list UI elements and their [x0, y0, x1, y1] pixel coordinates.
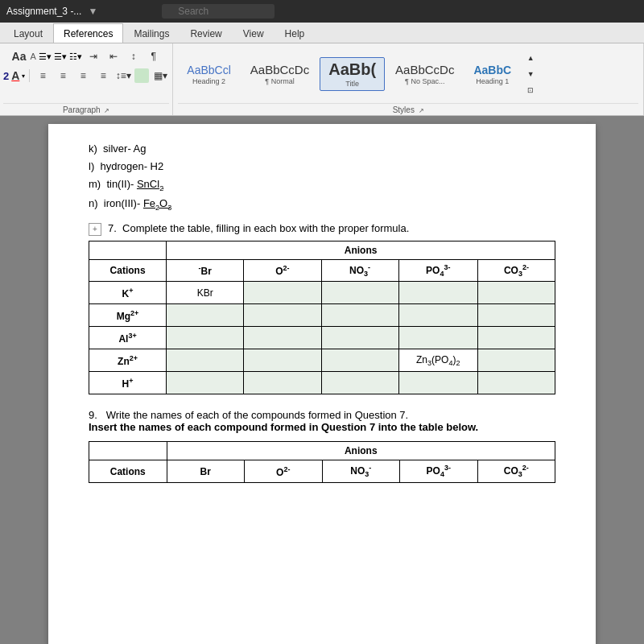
cell-zn-po4[interactable]: Zn3(PO4)2: [398, 349, 477, 372]
cell-zn-co3[interactable]: [477, 349, 555, 372]
table-row: Zn2+ Zn3(PO4)2: [89, 349, 555, 372]
align-right-btn[interactable]: ≡: [74, 68, 92, 84]
cell-mg-o2[interactable]: [244, 304, 321, 327]
th-po4: PO43-: [398, 259, 477, 281]
list-item-n: n) iron(III)- Fe2O3: [89, 195, 555, 214]
style-scroll-buttons: ▲ ▼ ⊡: [522, 51, 539, 97]
tab-references[interactable]: References: [53, 23, 123, 43]
style-scroll-down[interactable]: ▼: [522, 67, 539, 81]
outdent-btn[interactable]: ⇤: [105, 48, 122, 64]
list-item-k: k) silver- Ag: [89, 140, 555, 158]
cation-h: H+: [89, 372, 167, 394]
cation-zn: Zn2+: [89, 349, 167, 372]
cell-al-br[interactable]: [167, 327, 244, 349]
borders-btn[interactable]: ▦▾: [151, 68, 169, 84]
cell-k-co3[interactable]: [477, 282, 555, 304]
tab-help[interactable]: Help: [275, 23, 316, 43]
style-title[interactable]: AaBb( Title: [320, 57, 385, 91]
font-color-A[interactable]: A: [11, 69, 19, 82]
cell-mg-no3[interactable]: [321, 304, 398, 327]
list-icon-3[interactable]: ☷▾: [69, 52, 82, 62]
font-size-indicator: 2: [3, 70, 9, 82]
sort-btn[interactable]: ↕: [125, 48, 142, 64]
style-scroll-up[interactable]: ▲: [522, 51, 539, 65]
cell-k-no3[interactable]: [321, 282, 398, 304]
title-bar-arrow[interactable]: ▼: [88, 6, 97, 17]
line-spacing-btn[interactable]: ↕≡▾: [114, 68, 132, 84]
document-page: k) silver- Ag l) hydrogen- H2 m) tin(II)…: [48, 124, 596, 644]
tab-review[interactable]: Review: [180, 23, 232, 43]
cell-al-co3[interactable]: [477, 327, 555, 349]
table-row: H+: [89, 372, 555, 394]
question-7-text: 7. Complete the table, filling in each b…: [108, 222, 409, 234]
style-normal[interactable]: AaBbCcDc ¶ Normal: [242, 60, 318, 89]
tab-mailings[interactable]: Mailings: [123, 23, 180, 43]
list-icon-1[interactable]: ☰▾: [39, 52, 52, 62]
styles-expand-icon[interactable]: ↗: [419, 107, 424, 114]
indent-btn[interactable]: ⇥: [85, 48, 102, 64]
question-7-icon[interactable]: +: [89, 223, 101, 236]
styles-section: AaBbCcl Heading 2 AaBbCcDc ¶ Normal AaBb…: [173, 43, 644, 115]
table-7: Anions Cations -Br O2- NO3- PO43- CO32- …: [89, 241, 555, 394]
cell-h-no3[interactable]: [321, 372, 398, 394]
cell-al-po4[interactable]: [398, 327, 477, 349]
title-bar-title: Assignment_3 -...: [6, 6, 81, 17]
list-icon-2[interactable]: ☰▾: [54, 52, 67, 62]
pilcrow-btn[interactable]: ¶: [145, 48, 163, 64]
ribbon: Layout References Mailings Review View H…: [0, 23, 644, 116]
cell-al-no3[interactable]: [321, 327, 398, 349]
shading-btn[interactable]: [134, 68, 149, 83]
cell-k-po4[interactable]: [398, 282, 477, 304]
t9-anions-header: Anions: [167, 442, 555, 460]
list-item-l: l) hydrogen- H2: [89, 158, 555, 175]
cell-k-br[interactable]: KBr: [167, 282, 244, 304]
cell-h-o2[interactable]: [244, 372, 321, 394]
cell-zn-br[interactable]: [167, 349, 244, 372]
styles-label: Styles ↗: [178, 103, 638, 114]
style-expand[interactable]: ⊡: [522, 83, 539, 97]
th-cations: Cations: [89, 259, 167, 281]
style-heading1-preview: AaBbC: [473, 64, 511, 76]
cell-h-po4[interactable]: [398, 372, 477, 394]
title-bar-left: Assignment_3 -... ▼: [6, 6, 97, 17]
color-dropdown[interactable]: ▾: [22, 72, 25, 80]
cell-mg-br[interactable]: [167, 304, 244, 327]
cell-h-br[interactable]: [167, 372, 244, 394]
font-section: Aa A ☰▾ ☰▾ ☷▾ ⇥ ⇤ ↕ ¶ 2 A ▾ ≡ ≡: [0, 43, 173, 115]
cell-mg-po4[interactable]: [398, 304, 477, 327]
col-cations: [89, 241, 167, 259]
table-9: Anions Cations Br O2- NO3- PO43- CO32-: [89, 441, 555, 482]
cell-zn-o2[interactable]: [244, 349, 321, 372]
list-items: k) silver- Ag l) hydrogen- H2 m) tin(II)…: [89, 140, 555, 214]
align-center-btn[interactable]: ≡: [54, 68, 72, 84]
cell-al-o2[interactable]: [244, 327, 321, 349]
t9-th-o2: O2-: [245, 460, 323, 482]
question-9: 9. Write the names of each of the compou…: [89, 409, 555, 433]
cell-zn-no3[interactable]: [321, 349, 398, 372]
align-left-btn[interactable]: ≡: [34, 68, 52, 84]
cation-mg: Mg2+: [89, 304, 167, 327]
style-heading2[interactable]: AaBbCcl Heading 2: [178, 60, 239, 89]
table-row: K+ KBr: [89, 282, 555, 304]
paragraph-expand-icon[interactable]: ↗: [104, 107, 109, 114]
style-heading1[interactable]: AaBbC Heading 1: [464, 60, 520, 89]
style-normal-label: ¶ Normal: [265, 77, 294, 85]
cell-h-co3[interactable]: [477, 372, 555, 394]
main-content: k) silver- Ag l) hydrogen- H2 m) tin(II)…: [0, 116, 644, 644]
tab-layout[interactable]: Layout: [3, 23, 53, 43]
cell-k-o2[interactable]: [244, 282, 321, 304]
style-nospace-preview: AaBbCcDc: [395, 63, 454, 76]
font-style-btn[interactable]: Aa: [10, 48, 28, 64]
cation-al: Al3+: [89, 327, 167, 349]
style-nospace[interactable]: AaBbCcDc ¶ No Spac...: [386, 60, 463, 89]
list-item-m: m) tin(II)- SnCl2: [89, 175, 555, 195]
ribbon-tab-bar: Layout References Mailings Review View H…: [0, 23, 644, 43]
cell-mg-co3[interactable]: [477, 304, 555, 327]
th-no3: NO3-: [321, 259, 398, 281]
cation-k: K+: [89, 282, 167, 304]
search-input[interactable]: [162, 4, 275, 19]
th-o2: O2-: [244, 259, 321, 281]
justify-btn[interactable]: ≡: [94, 68, 112, 84]
formula-fe2o3: Fe2O3: [143, 197, 171, 209]
tab-view[interactable]: View: [233, 23, 275, 43]
